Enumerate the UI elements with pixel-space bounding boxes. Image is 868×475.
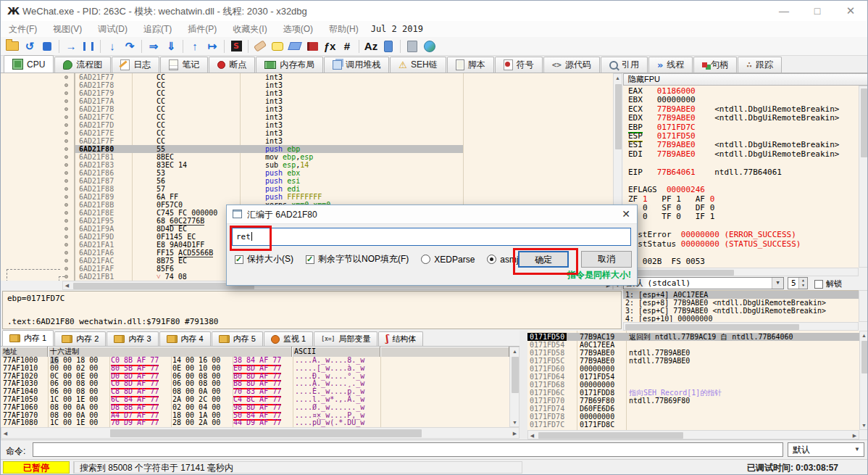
disasm-row[interactable]: 6AD21F7FCCint3 [1, 137, 613, 145]
execute-till-return-icon[interactable]: ⇒ [146, 38, 162, 54]
font-icon[interactable]: Az [363, 38, 379, 54]
breakpoint-dot-icon[interactable] [64, 163, 68, 167]
breakpoint-dot-icon[interactable] [64, 235, 68, 239]
disasm-row[interactable]: 6AD21F8055push ebp [1, 145, 613, 153]
command-input[interactable] [33, 442, 783, 457]
arg-count-spinner[interactable]: 5 ▲▼ [788, 277, 808, 289]
menu-item[interactable]: 追踪(T) [135, 21, 180, 37]
breakpoint-dot-icon[interactable] [64, 211, 68, 215]
dump-row[interactable]: 77AF101000 00 02 0080 5B AF 770E 00 10 0… [1, 365, 509, 373]
breakpoint-dot-icon[interactable] [64, 187, 68, 191]
calculator-icon[interactable] [404, 38, 420, 54]
disasm-row[interactable]: 6AD21F79CCint3 [1, 89, 613, 97]
breakpoint-dot-icon[interactable] [64, 115, 68, 119]
breakpoint-dot-icon[interactable] [64, 219, 68, 223]
breakpoint-dot-icon[interactable] [64, 243, 68, 247]
breakpoint-dot-icon[interactable] [64, 195, 68, 199]
stack-row[interactable]: 0171FD5077B9AC19返回到 ntdll.77B9AC19 自 ntd… [527, 333, 859, 341]
stack-row[interactable]: 0171FD5877B9ABE0ntdll.77B9ABE0 [527, 349, 859, 357]
minimize-button[interactable]: — [767, 1, 801, 21]
breakpoint-dot-icon[interactable] [64, 131, 68, 135]
breakpoint-dot-icon[interactable] [64, 203, 68, 207]
menu-item[interactable]: 帮助(H) [321, 21, 367, 37]
tab-脚本[interactable]: 脚本 [447, 57, 494, 73]
registers-vscrollbar[interactable] [859, 86, 868, 268]
assemble-instruction-input[interactable]: ret [232, 228, 631, 246]
title-bar[interactable]: Ж WeChat.exe - PID: 263C - 模块: wechatwin… [1, 1, 867, 22]
hash-icon[interactable]: # [339, 38, 355, 54]
argument-row[interactable]: 3: [esp+C] 77B9ABE0 <ntdll.DbgUiRemoteBr… [623, 307, 859, 315]
checkbox-checked-icon[interactable] [306, 255, 314, 264]
disasm-row[interactable]: 6AD21F8756push esi [1, 177, 613, 185]
breakpoint-dot-icon[interactable] [64, 259, 68, 263]
pause-icon[interactable] [80, 38, 96, 54]
dump-row[interactable]: 77AF10801C 00 1E 0070 D9 AF 7728 00 2A 0… [1, 419, 509, 427]
command-mode-select[interactable]: 默认 ▼ [788, 442, 864, 457]
update-icon[interactable] [422, 38, 438, 54]
breakpoint-dot-icon[interactable] [64, 107, 68, 111]
memory-dump-view[interactable]: 77AF100016 00 18 00C0 8B AF 7714 00 16 0… [1, 357, 509, 427]
disasm-row[interactable]: 6AD21F7CCCint3 [1, 113, 613, 121]
tab-内存 5[interactable]: 内存 5 [212, 331, 263, 346]
tab-符号[interactable]: 符号 [495, 57, 543, 73]
breakpoint-dot-icon[interactable] [64, 267, 68, 270]
dialog-title-bar[interactable]: 汇编于 6AD21F80 ✕ [227, 205, 637, 224]
breakpoint-dot-icon[interactable] [64, 139, 68, 143]
tab-内存布局[interactable]: 内存布局 [256, 57, 323, 73]
registers-view[interactable]: EAX 01186000EBX 00000000ECX 77B9ABE0 <nt… [623, 86, 859, 268]
disasm-row[interactable]: 6AD21F896A FFpush FFFFFFFF [1, 193, 613, 201]
checkbox-checked-icon[interactable] [235, 255, 243, 264]
tab-调用堆栈[interactable]: 调用堆栈 [324, 57, 389, 73]
disasm-row[interactable]: 6AD21F818BECmov ebp,esp [1, 153, 613, 161]
dump-header-address[interactable]: 地址 [1, 347, 48, 357]
run-icon[interactable]: → [63, 38, 79, 54]
tab-局部变量[interactable]: [x=]局部变量 [314, 331, 377, 346]
menu-item[interactable]: 选项(O) [275, 21, 321, 37]
dump-header-ascii[interactable]: ASCII [292, 347, 380, 357]
breakpoint-dot-icon[interactable] [64, 179, 68, 183]
disasm-row[interactable]: 6AD21F7BCCint3 [1, 105, 613, 113]
stack-row[interactable]: 0171FD7077B69F80ntdll.77B69F80 [527, 397, 859, 405]
stack-row[interactable]: 0171FD54A0C17EEA [527, 341, 859, 349]
tab-引用[interactable]: 引用 [601, 57, 648, 73]
registers-hscrollbar[interactable] [623, 268, 859, 276]
labels-icon[interactable] [287, 38, 303, 54]
argument-row[interactable]: 1: [esp+4] A0C17EEA [623, 291, 859, 299]
tab-句柄[interactable]: 句柄 [693, 57, 737, 73]
hide-fpu-button[interactable]: 隐藏FPU [623, 73, 868, 86]
dropdown-arrow-icon[interactable]: ▼ [851, 444, 863, 455]
tab-内存 1[interactable]: 内存 1 [2, 330, 54, 346]
tab-断点[interactable]: 断点 [209, 57, 255, 73]
restart-icon[interactable]: ↺ [22, 38, 38, 54]
dump-vscrollbar[interactable]: ▲▼ [509, 347, 519, 427]
breakpoint-dot-icon[interactable] [64, 147, 68, 151]
pane-splitter[interactable] [519, 331, 527, 439]
tab-内存 2[interactable]: 内存 2 [54, 331, 106, 346]
disasm-row[interactable]: 6AD21F8383EC 14sub esp,14 [1, 161, 613, 169]
run-to-user-code-icon[interactable]: ↦ [204, 38, 220, 54]
tab-SEH链[interactable]: ⚠SEH链 [390, 57, 446, 73]
tab-监视 1[interactable]: 监视 1 [264, 331, 313, 346]
stack-row[interactable]: 0171FD5C77B9ABE0ntdll.77B9ABE0 [527, 357, 859, 365]
breakpoint-dot-icon[interactable] [64, 155, 68, 159]
breakpoint-dot-icon[interactable] [64, 227, 68, 231]
breakpoint-dot-icon[interactable] [64, 83, 68, 87]
tab-日志[interactable]: 日志 [112, 57, 159, 73]
disasm-row[interactable]: 6AD21F7ECCint3 [1, 129, 613, 137]
arguments-view[interactable]: 1: [esp+4] A0C17EEA2: [esp+8] 77B9ABE0 <… [623, 290, 859, 323]
stack-row[interactable]: 0171FD640171FD54 [527, 373, 859, 381]
register-line[interactable]: LastStatus 00000000 (STATUS_SUCCESS) [628, 240, 859, 249]
stack-row[interactable]: 0171FD6C0171FDD8指向SEH_Record[1]的指针 [527, 389, 859, 397]
menu-item[interactable]: 收藏夹(I) [225, 21, 275, 37]
xedparse-radio[interactable]: XEDParse [421, 255, 475, 265]
dump-header-hex[interactable]: 十六进制 [48, 347, 292, 357]
dropdown-arrow-icon[interactable]: ▼ [772, 278, 783, 289]
calling-convention-select[interactable]: 默认 (stdcall) ▼ [623, 277, 784, 289]
disasm-row[interactable]: 6AD21F78CCint3 [1, 81, 613, 89]
dump-hscrollbar[interactable]: ◀▶ [1, 427, 519, 439]
patches-icon[interactable] [252, 38, 268, 54]
spinner-arrows-icon[interactable]: ▲▼ [798, 278, 807, 289]
menu-item[interactable]: 文件(F) [1, 21, 45, 37]
tab-CPU[interactable]: CPU [4, 55, 54, 73]
nop-fill-checkbox[interactable]: 剩余字节以NOP填充(F) [306, 253, 409, 265]
